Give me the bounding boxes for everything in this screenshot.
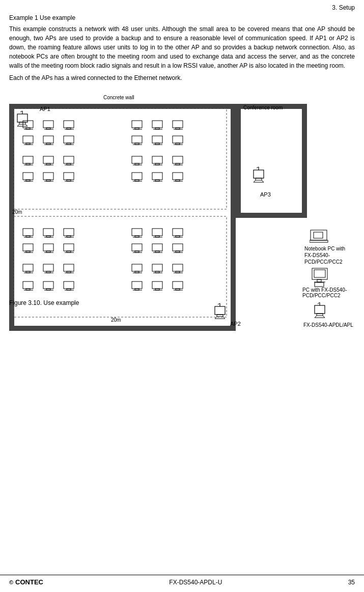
- svg-rect-105: [64, 264, 74, 271]
- computer-b1r3c3: [63, 264, 75, 275]
- computer-b1r4c3: [63, 281, 75, 292]
- notebook-pc-icon: [310, 228, 329, 243]
- svg-line-179: [315, 316, 317, 318]
- header-title: 3. Setup: [332, 4, 355, 11]
- computer-t1r3c2: [43, 156, 55, 167]
- svg-rect-81: [23, 229, 33, 236]
- svg-rect-12: [43, 121, 53, 128]
- description-para1: This example constructs a network with 4…: [9, 24, 355, 70]
- computer-t1r4c2: [43, 172, 55, 183]
- footer-model: FX-DS540-APDL-U: [169, 579, 222, 586]
- svg-line-162: [218, 303, 220, 304]
- conf-wall-left: [236, 104, 241, 218]
- computer-b1r2c1: [22, 243, 35, 255]
- description-para2: Each of the APs has a wired connected to…: [9, 73, 355, 82]
- computer-t1r1c2: [43, 120, 55, 131]
- computer-b1r1c3: [63, 228, 75, 239]
- computer-b1r3c1: [22, 264, 35, 275]
- svg-rect-172: [317, 279, 321, 282]
- svg-rect-39: [43, 173, 53, 180]
- ap2-label: AP2: [230, 321, 241, 327]
- svg-line-158: [262, 180, 264, 182]
- footer-brand: © CONTEC: [9, 578, 43, 586]
- svg-rect-156: [256, 178, 262, 180]
- computer-tr1r3c3: [172, 156, 184, 167]
- computer-b1r1c1: [22, 228, 35, 239]
- svg-rect-141: [173, 264, 183, 271]
- computer-br1r3c2: [152, 264, 164, 275]
- copyright-symbol: ©: [9, 579, 13, 585]
- computer-t1r2c3: [63, 135, 75, 147]
- svg-rect-60: [173, 136, 183, 143]
- svg-rect-102: [43, 264, 53, 271]
- svg-rect-99: [23, 264, 33, 271]
- pc-label: PC with FX-DS540-PCD/PCC/PCC2: [302, 287, 355, 298]
- computer-br1r2c1: [131, 243, 144, 255]
- svg-rect-129: [152, 244, 162, 251]
- desktop-pc-icon: [312, 268, 329, 287]
- apdl-label: FX-DS540-APDL/APL: [303, 322, 353, 328]
- computer-br1r1c1: [131, 228, 144, 239]
- computer-b1r4c2: [43, 281, 55, 292]
- figure-caption: Figure 3.10. Use example: [9, 299, 79, 306]
- svg-rect-153: [254, 170, 264, 178]
- svg-rect-45: [132, 121, 142, 128]
- svg-rect-48: [152, 121, 162, 128]
- svg-rect-84: [43, 229, 53, 236]
- computer-br1r4c1: [131, 281, 144, 292]
- svg-rect-174: [315, 283, 324, 287]
- ap1-label: AP1: [40, 106, 50, 112]
- svg-rect-87: [64, 229, 74, 236]
- computer-tr1r2c3: [172, 135, 184, 147]
- svg-rect-160: [215, 306, 225, 315]
- svg-rect-169: [314, 232, 323, 238]
- main-content: Example 1 Use example This example const…: [9, 14, 355, 344]
- conference-room-label: Conference room: [243, 105, 283, 110]
- svg-rect-138: [152, 264, 162, 271]
- label-20m-bottom: 20m: [111, 317, 121, 323]
- computer-t1r1c3: [63, 120, 75, 131]
- svg-rect-167: [311, 230, 327, 240]
- svg-rect-18: [23, 136, 33, 143]
- svg-rect-168: [310, 240, 328, 242]
- svg-rect-42: [64, 173, 74, 180]
- computer-tr1r4c1: [131, 172, 144, 183]
- svg-rect-63: [132, 156, 142, 163]
- svg-rect-36: [23, 173, 33, 180]
- computer-t1r2c1: [22, 135, 35, 147]
- svg-line-165: [223, 317, 225, 319]
- svg-rect-72: [132, 173, 142, 180]
- svg-rect-114: [64, 281, 74, 289]
- svg-rect-51: [173, 121, 183, 128]
- notebook-pc-label: Notebook PC with FX-DS540-PCD/PCC/PCC2: [304, 245, 355, 265]
- svg-rect-75: [152, 173, 162, 180]
- svg-rect-93: [43, 244, 53, 251]
- svg-rect-66: [152, 156, 162, 163]
- svg-rect-30: [43, 156, 53, 163]
- svg-rect-69: [173, 156, 183, 163]
- computer-b1r1c2: [43, 228, 55, 239]
- computer-tr1r1c1: [131, 120, 144, 131]
- example-title: Example 1 Use example: [9, 14, 355, 21]
- svg-rect-27: [23, 156, 33, 163]
- computer-tr1r1c2: [152, 120, 164, 131]
- svg-rect-24: [64, 136, 74, 143]
- computer-tr1r4c2: [152, 172, 164, 183]
- svg-rect-135: [132, 264, 142, 271]
- ap3-label: AP3: [260, 191, 271, 198]
- svg-rect-150: [173, 281, 183, 289]
- svg-rect-90: [23, 244, 33, 251]
- page-header: 3. Setup: [332, 4, 355, 11]
- svg-rect-21: [43, 136, 53, 143]
- svg-line-180: [323, 316, 325, 318]
- svg-rect-57: [152, 136, 162, 143]
- wall-line-right-bottom: [231, 218, 236, 331]
- computer-tr1r4c3: [172, 172, 184, 183]
- svg-rect-108: [23, 281, 33, 289]
- svg-line-155: [257, 167, 259, 168]
- svg-rect-126: [132, 244, 142, 251]
- computer-t1r3c1: [22, 156, 35, 167]
- svg-rect-123: [173, 229, 183, 236]
- ap3-icon: [251, 166, 266, 183]
- computer-t1r1c1: [22, 120, 35, 131]
